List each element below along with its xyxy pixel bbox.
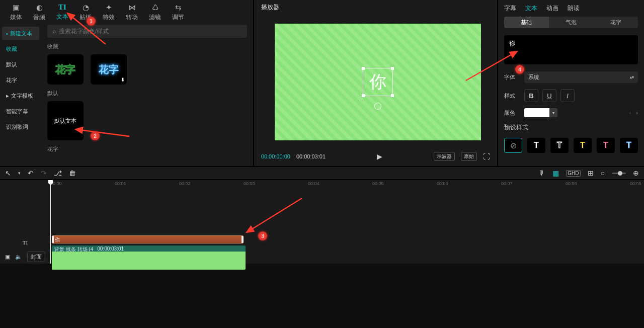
section-favorites: 收藏	[47, 43, 247, 50]
color-swatch[interactable]	[524, 108, 549, 117]
oscilloscope-button[interactable]: 示波器	[434, 152, 455, 161]
video-clip[interactable]: 背景 线条 转场 (400:00:03:01	[52, 245, 246, 270]
tab-transition[interactable]: ⋈转场	[124, 2, 140, 23]
preset-none[interactable]: ⊘	[504, 138, 522, 153]
seg-bubble[interactable]: 气泡	[549, 17, 594, 28]
timecode-current: 00:00:00:00	[261, 153, 290, 159]
zoom-out-icon[interactable]: ○	[601, 169, 605, 177]
adjust-icon: ⇆	[175, 3, 182, 12]
timeline-ruler[interactable]: 00:00 00:01 00:02 00:03 00:04 00:05 00:0…	[50, 180, 644, 189]
preview-canvas[interactable]: 你	[275, 24, 481, 140]
transition-icon: ⋈	[128, 3, 136, 12]
search-input[interactable]	[59, 28, 242, 35]
search-icon: ⌕	[52, 28, 56, 35]
preset-outline[interactable]: T	[550, 138, 569, 153]
bold-button[interactable]: B	[524, 89, 538, 102]
color-dropdown[interactable]: ▾	[549, 108, 557, 117]
tab-adjust[interactable]: ⇆调节	[170, 2, 186, 23]
undo-icon[interactable]: ↶	[28, 169, 34, 177]
filter-icon: ♺	[152, 3, 158, 12]
playhead[interactable]	[50, 180, 51, 264]
text-content-input[interactable]: 你	[504, 35, 638, 64]
quality-icon[interactable]: GHD	[566, 170, 580, 177]
next-icon[interactable]: ›	[636, 110, 638, 116]
tab-text[interactable]: TI文本	[54, 2, 70, 23]
cover-button[interactable]: 封面	[27, 252, 45, 262]
callout-1: 1	[87, 17, 96, 26]
callout-3: 3	[258, 231, 267, 240]
preset-label: 预设样式	[504, 123, 638, 132]
section-huazi: 花字	[47, 145, 247, 153]
underline-button[interactable]: U	[542, 89, 556, 102]
sidebar-item-smart-sub[interactable]: 智能字幕	[2, 105, 39, 118]
search-box[interactable]: ⌕	[47, 25, 247, 38]
delete-icon[interactable]: 🗑	[69, 169, 76, 177]
download-icon: ⬇	[121, 77, 125, 83]
callout-4: 4	[515, 65, 524, 74]
seg-basic[interactable]: 基础	[504, 17, 549, 28]
italic-button[interactable]: I	[560, 89, 575, 102]
tab-text-props[interactable]: 文本	[525, 4, 537, 13]
tab-audio[interactable]: ◐音频	[31, 2, 47, 23]
split-icon[interactable]: ⎇	[54, 169, 62, 177]
text-sidebar: •新建文本 收藏 默认 花字 ▸文字模板 智能字幕 识别歌词	[0, 23, 41, 166]
tab-read[interactable]: 朗读	[568, 4, 580, 13]
preset-white[interactable]: T	[527, 138, 545, 153]
callout-2: 2	[91, 131, 100, 140]
font-select[interactable]: 系统▴▾	[524, 71, 638, 83]
tab-media[interactable]: ▣媒体	[8, 2, 24, 23]
font-label: 字体	[504, 73, 519, 81]
style-label: 样式	[504, 92, 519, 100]
seg-huazi[interactable]: 花字	[593, 17, 638, 28]
original-button[interactable]: 原始	[461, 152, 477, 161]
sidebar-item-favorite[interactable]: 收藏	[2, 42, 39, 56]
effects-icon: ✦	[106, 3, 112, 12]
text-icon: TI	[58, 3, 66, 12]
sidebar-item-huazi[interactable]: 花字	[2, 73, 39, 87]
cursor-tool-icon[interactable]: ↖	[5, 169, 11, 177]
sidebar-item-new-text[interactable]: •新建文本	[2, 27, 39, 40]
section-default: 默认	[47, 90, 247, 97]
sidebar-item-default[interactable]: 默认	[2, 58, 39, 71]
timeline-toolbar: ↖ ▾ ↶ ↷ ⎇ 🗑 🎙 ▦ GHD ⊞ ○ ⊕	[0, 166, 644, 180]
redo-icon[interactable]: ↷	[41, 169, 47, 177]
tool-dropdown-icon[interactable]: ▾	[18, 171, 21, 176]
video-track-icon[interactable]: ▣	[5, 254, 10, 260]
fullscreen-icon[interactable]: ⛶	[483, 152, 490, 160]
sticker-icon: ◔	[83, 3, 89, 12]
text-track-icon: TI	[23, 239, 28, 245]
preview-title: 播放器	[254, 0, 497, 15]
tab-subtitle[interactable]: 字幕	[504, 4, 516, 13]
rotate-handle[interactable]	[374, 103, 381, 110]
dropdown-stepper-icon: ▴▾	[630, 75, 634, 79]
auto-icon[interactable]: ▦	[552, 169, 559, 177]
audio-icon: ◐	[36, 3, 43, 12]
prev-icon[interactable]: ‹	[629, 110, 631, 116]
tab-effects[interactable]: ✦特效	[101, 2, 117, 23]
preset-thumb-huazi-green[interactable]: 花字	[47, 54, 84, 85]
asset-category-tabs: ▣媒体 ◐音频 TI文本 ◔贴纸 ✦特效 ⋈转场 ♺滤镜 ⇆调节	[0, 0, 253, 23]
preset-blueoutline[interactable]: T	[620, 138, 638, 153]
default-text-thumb[interactable]: 默认文本	[47, 101, 84, 140]
style-presets: ⊘ T T T T T	[504, 138, 638, 153]
inspector-tabs: 字幕 文本 动画 朗读	[504, 2, 638, 17]
align-icon[interactable]: ⊞	[588, 169, 594, 177]
media-icon: ▣	[13, 3, 20, 12]
color-label: 颜色	[504, 109, 519, 117]
mute-track-icon[interactable]: 🔈	[15, 254, 22, 260]
timecode-total: 00:00:03:01	[296, 153, 326, 159]
sidebar-item-lyrics[interactable]: 识别歌词	[2, 120, 39, 134]
text-bounding-box[interactable]: 你	[363, 68, 393, 96]
mic-icon[interactable]: 🎙	[538, 169, 545, 177]
preset-pink[interactable]: T	[597, 138, 615, 153]
tab-animation[interactable]: 动画	[546, 4, 558, 13]
text-clip[interactable]: 你	[52, 235, 244, 243]
preset-thumb-huazi-blue[interactable]: 花字⬇	[91, 54, 127, 85]
play-button[interactable]: ▶	[377, 152, 382, 160]
tab-filter[interactable]: ♺滤镜	[147, 2, 163, 23]
preset-yellow[interactable]: T	[574, 138, 592, 153]
sidebar-item-templates[interactable]: ▸文字模板	[2, 89, 39, 103]
text-mode-segment: 基础 气泡 花字	[504, 17, 638, 28]
zoom-fit-icon[interactable]: ⊕	[633, 169, 639, 177]
zoom-slider[interactable]	[612, 173, 626, 174]
